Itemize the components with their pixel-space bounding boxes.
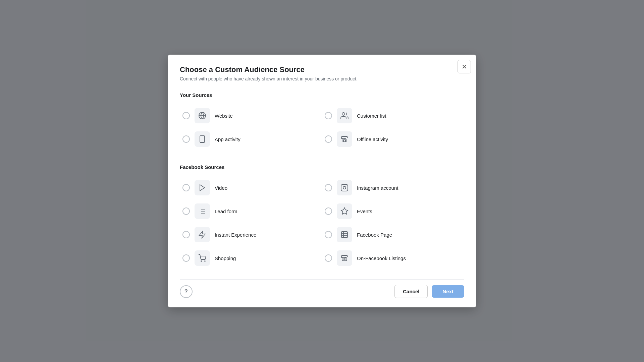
modal-subtitle: Connect with people who have already sho… (180, 76, 464, 81)
option-video[interactable]: Video (180, 176, 322, 199)
svg-marker-16 (341, 208, 348, 214)
option-offline-activity-label: Offline activity (357, 136, 388, 142)
option-on-facebook-listings-label: On-Facebook Listings (357, 255, 406, 261)
option-offline-activity[interactable]: Offline activity (322, 127, 464, 151)
your-sources-grid: Website Customer list (180, 104, 464, 151)
your-sources-label: Your Sources (180, 92, 464, 98)
modal-footer: ? Cancel Next (180, 279, 464, 298)
option-video-label: Video (215, 185, 227, 191)
tablet-icon (198, 135, 206, 143)
tag-icon-box (337, 203, 352, 219)
option-website-label: Website (215, 113, 233, 119)
option-instagram-label: Instagram account (357, 185, 398, 191)
bolt-icon-box (195, 227, 210, 242)
list-icon-box (195, 203, 210, 219)
svg-point-23 (205, 261, 205, 261)
play-icon (198, 184, 206, 192)
footer-actions: Cancel Next (394, 285, 464, 298)
radio-facebook-page[interactable] (325, 231, 332, 238)
radio-video[interactable] (182, 184, 190, 191)
radio-shopping[interactable] (182, 254, 190, 262)
help-icon: ? (184, 289, 188, 295)
svg-rect-24 (342, 258, 347, 261)
page-icon (340, 231, 348, 239)
svg-point-22 (201, 261, 202, 261)
instagram-icon (340, 184, 348, 192)
list-icon (198, 207, 206, 215)
radio-offline-activity[interactable] (325, 135, 332, 143)
option-instagram[interactable]: Instagram account (322, 176, 464, 199)
modal-dialog: ✕ Choose a Custom Audience Source Connec… (168, 55, 476, 307)
svg-point-9 (346, 186, 347, 186)
option-instant-experience[interactable]: Instant Experience (180, 223, 322, 246)
option-app-activity-label: App activity (215, 136, 240, 142)
help-button[interactable]: ? (180, 285, 193, 298)
close-icon: ✕ (462, 63, 467, 71)
option-lead-form-label: Lead form (215, 208, 237, 214)
svg-marker-17 (199, 231, 205, 238)
tablet-icon-box (195, 131, 210, 147)
radio-events[interactable] (325, 207, 332, 215)
close-button[interactable]: ✕ (458, 60, 471, 73)
modal-backdrop: ✕ Choose a Custom Audience Source Connec… (0, 0, 644, 362)
option-customer-list-label: Customer list (357, 113, 386, 119)
option-facebook-page-label: Facebook Page (357, 232, 392, 238)
svg-point-2 (342, 113, 345, 115)
instagram-icon-box (337, 180, 352, 195)
radio-lead-form[interactable] (182, 207, 190, 215)
modal-title: Choose a Custom Audience Source (180, 65, 464, 74)
bolt-icon (198, 231, 206, 239)
cancel-button[interactable]: Cancel (394, 285, 428, 298)
users-icon (340, 112, 348, 120)
option-app-activity[interactable]: App activity (180, 127, 322, 151)
tag-icon (340, 207, 348, 215)
cart-icon-box (195, 250, 210, 266)
option-facebook-page[interactable]: Facebook Page (322, 223, 464, 246)
users-icon-box (337, 108, 352, 123)
svg-marker-6 (200, 185, 205, 191)
radio-instant-experience[interactable] (182, 231, 190, 238)
play-icon-box (195, 180, 210, 195)
option-shopping-label: Shopping (215, 255, 236, 261)
option-instant-experience-label: Instant Experience (215, 232, 256, 238)
page-icon-box (337, 227, 352, 242)
svg-rect-3 (200, 136, 205, 142)
radio-app-activity[interactable] (182, 135, 190, 143)
svg-rect-18 (341, 232, 347, 238)
option-events-label: Events (357, 208, 372, 214)
svg-rect-7 (341, 184, 348, 191)
option-lead-form[interactable]: Lead form (180, 199, 322, 223)
radio-on-facebook-listings[interactable] (325, 254, 332, 262)
listings-icon-box (337, 250, 352, 266)
cart-icon (198, 254, 206, 262)
option-events[interactable]: Events (322, 199, 464, 223)
next-button[interactable]: Next (432, 285, 464, 298)
option-on-facebook-listings[interactable]: On-Facebook Listings (322, 246, 464, 270)
radio-instagram[interactable] (325, 184, 332, 191)
facebook-sources-label: Facebook Sources (180, 164, 464, 170)
radio-website[interactable] (182, 112, 190, 119)
globe-icon (198, 112, 206, 120)
globe-icon-box (195, 108, 210, 123)
facebook-sources-grid: Video Instagram account (180, 176, 464, 270)
store-icon (340, 135, 348, 143)
option-customer-list[interactable]: Customer list (322, 104, 464, 127)
svg-rect-5 (343, 140, 345, 142)
listings-icon (340, 254, 348, 262)
option-website[interactable]: Website (180, 104, 322, 127)
store-icon-box (337, 131, 352, 147)
svg-point-8 (343, 186, 346, 189)
radio-customer-list[interactable] (325, 112, 332, 119)
option-shopping[interactable]: Shopping (180, 246, 322, 270)
